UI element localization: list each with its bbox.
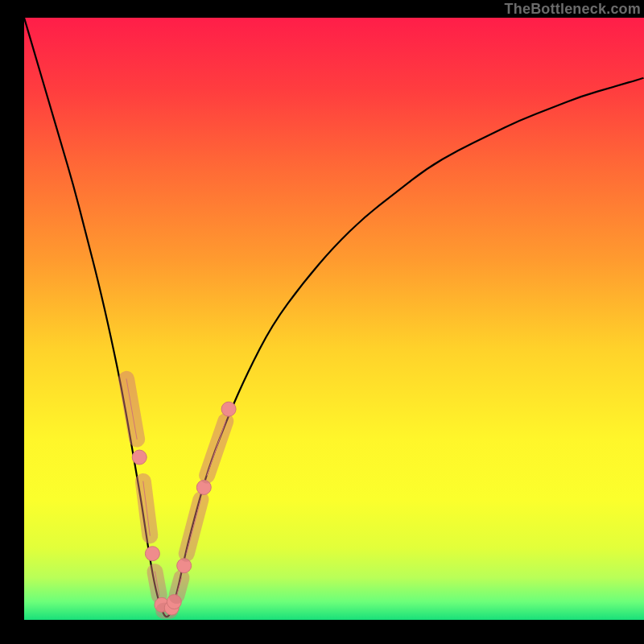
chart-plot-area <box>24 18 644 620</box>
chart-frame: TheBottleneck.com <box>24 0 644 620</box>
curve-marker-dot <box>132 450 147 464</box>
curve-marker-dot <box>221 402 236 416</box>
curve-markers <box>126 379 236 615</box>
curve-marker-dot <box>145 547 159 561</box>
bottleneck-curve <box>24 18 644 617</box>
watermark-text: TheBottleneck.com <box>505 0 641 18</box>
